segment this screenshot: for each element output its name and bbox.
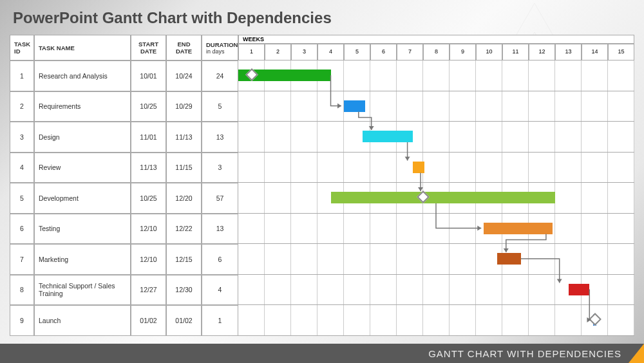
cell-start: 11/13 <box>131 153 166 183</box>
cell-duration: 6 <box>202 244 238 275</box>
week-header-13: 13 <box>555 44 582 60</box>
cell-start: 12/10 <box>131 214 166 245</box>
week-header-10: 10 <box>476 44 502 60</box>
timeline-cell <box>238 60 634 91</box>
gantt-bar <box>484 223 553 234</box>
cell-end: 10/24 <box>166 60 202 91</box>
cell-id: 9 <box>10 305 34 336</box>
header-duration: DURATIONin days <box>202 35 238 60</box>
header-weeks-label: WEEKS <box>238 35 634 44</box>
week-header-11: 11 <box>502 44 529 60</box>
timeline-cell <box>238 275 634 306</box>
cell-start: 10/01 <box>131 60 166 91</box>
footer-text: GANTT CHART WITH DEPENDENCIES <box>428 348 621 359</box>
week-header-7: 7 <box>397 44 423 60</box>
cell-name: Testing <box>34 214 131 245</box>
week-header-6: 6 <box>370 44 397 60</box>
timeline-cell <box>238 214 634 245</box>
cell-duration: 13 <box>202 214 238 245</box>
task-row: 1Research and Analysis10/0110/2424 <box>10 60 634 91</box>
gantt-bar <box>344 100 365 112</box>
timeline-cell <box>238 305 634 336</box>
cell-end: 01/02 <box>166 305 202 336</box>
task-row: 3Design11/0111/1313 <box>10 122 634 153</box>
cell-end: 11/13 <box>166 122 202 153</box>
gantt-bar <box>569 284 590 295</box>
task-row: 9Launch01/0201/021 <box>10 305 634 336</box>
cell-end: 12/22 <box>166 214 202 245</box>
header-week-numbers: 123456789101112131415 <box>238 44 634 60</box>
task-row: 7Marketing12/1012/156 <box>10 244 634 275</box>
cell-duration: 1 <box>202 305 238 336</box>
cell-duration: 13 <box>202 122 238 153</box>
week-header-8: 8 <box>423 44 450 60</box>
cell-name: Marketing <box>34 244 131 275</box>
cell-duration: 57 <box>202 183 238 214</box>
cell-name: Requirements <box>34 91 131 122</box>
task-row: 4Review11/1311/153 <box>10 153 634 183</box>
week-header-14: 14 <box>582 44 608 60</box>
cell-id: 3 <box>10 122 34 153</box>
gantt-bar <box>497 253 521 265</box>
cell-start: 12/27 <box>131 275 166 306</box>
week-header-9: 9 <box>450 44 476 60</box>
cell-duration: 24 <box>202 60 238 91</box>
gantt-chart: TASK ID TASK NAME START DATE END DATE DU… <box>10 35 634 336</box>
week-header-4: 4 <box>317 44 344 60</box>
timeline-cell <box>238 122 634 153</box>
cell-start: 11/01 <box>131 122 166 153</box>
cell-duration: 5 <box>202 91 238 122</box>
timeline-cell <box>238 153 634 183</box>
cell-id: 7 <box>10 244 34 275</box>
header-task-name: TASK NAME <box>34 35 131 60</box>
cell-name: Launch <box>34 305 131 336</box>
task-row: 8Technical Support / Sales Training12/27… <box>10 275 634 306</box>
cell-id: 8 <box>10 275 34 306</box>
cell-name: Design <box>34 122 131 153</box>
gantt-bar <box>331 192 556 203</box>
week-header-12: 12 <box>529 44 555 60</box>
cell-duration: 3 <box>202 153 238 183</box>
cell-end: 12/20 <box>166 183 202 214</box>
cell-id: 1 <box>10 60 34 91</box>
week-header-5: 5 <box>344 44 370 60</box>
footer-bar: GANTT CHART WITH DEPENDENCIES <box>0 344 644 363</box>
cell-duration: 4 <box>202 275 238 306</box>
header-task-id: TASK ID <box>10 35 34 60</box>
cell-end: 11/15 <box>166 153 202 183</box>
cell-end: 10/29 <box>166 91 202 122</box>
cell-name: Research and Analysis <box>34 60 131 91</box>
cell-name: Review <box>34 153 131 183</box>
cell-start: 01/02 <box>131 305 166 336</box>
week-header-3: 3 <box>291 44 317 60</box>
task-row: 2Requirements10/2510/295 <box>10 91 634 122</box>
timeline-cell <box>238 183 634 214</box>
timeline-cell <box>238 244 634 275</box>
cell-id: 4 <box>10 153 34 183</box>
week-header-2: 2 <box>265 44 291 60</box>
footer-accent-icon <box>629 344 644 363</box>
cell-id: 6 <box>10 214 34 245</box>
cell-start: 12/10 <box>131 244 166 275</box>
cell-name: Development <box>34 183 131 214</box>
header-end-date: END DATE <box>166 35 202 60</box>
week-header-1: 1 <box>238 44 265 60</box>
task-row: 5Development10/2512/2057 <box>10 183 634 214</box>
cell-end: 12/15 <box>166 244 202 275</box>
header-row: TASK ID TASK NAME START DATE END DATE DU… <box>10 35 634 60</box>
cell-name: Technical Support / Sales Training <box>34 275 131 306</box>
cell-end: 12/30 <box>166 275 202 306</box>
cell-start: 10/25 <box>131 91 166 122</box>
cell-id: 2 <box>10 91 34 122</box>
header-start-date: START DATE <box>131 35 166 60</box>
timeline-cell <box>238 91 634 122</box>
cell-start: 10/25 <box>131 183 166 214</box>
cell-id: 5 <box>10 183 34 214</box>
task-row: 6Testing12/1012/2213 <box>10 214 634 245</box>
gantt-bar <box>363 131 413 142</box>
week-header-15: 15 <box>608 44 634 60</box>
gantt-bar <box>413 162 424 173</box>
